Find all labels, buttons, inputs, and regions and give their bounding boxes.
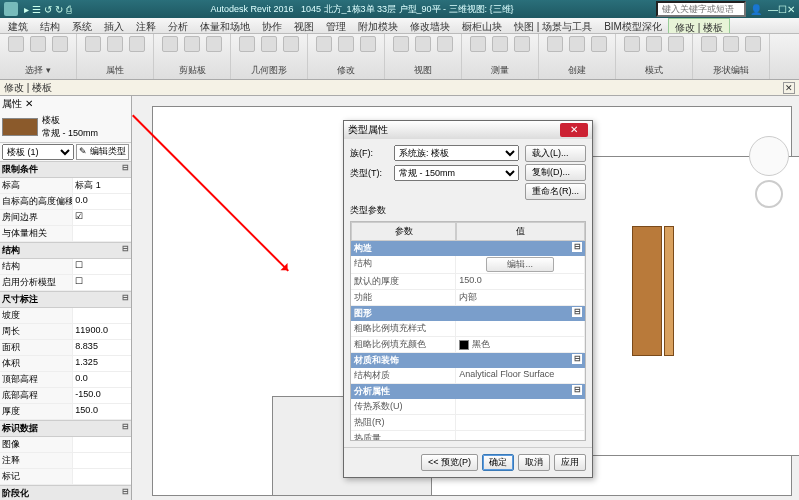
dialog-close-icon[interactable]: ✕ bbox=[560, 123, 588, 137]
param-value[interactable]: 黑色 bbox=[456, 337, 585, 353]
ribbon-tool-icon[interactable] bbox=[723, 36, 739, 52]
dialog-title-bar[interactable]: 类型属性 ✕ bbox=[344, 121, 592, 139]
type-select[interactable]: 常规 - 150mm bbox=[394, 165, 519, 181]
ribbon-tab[interactable]: 修改墙块 bbox=[404, 18, 456, 33]
ribbon-tool-icon[interactable] bbox=[30, 36, 46, 52]
ribbon-tab[interactable]: 系统 bbox=[66, 18, 98, 33]
prop-value[interactable]: 150.0 bbox=[73, 404, 131, 420]
props-section-header[interactable]: 限制条件⊟ bbox=[0, 161, 131, 178]
ribbon-tool-icon[interactable] bbox=[591, 36, 607, 52]
prop-value[interactable]: 8.835 bbox=[73, 340, 131, 356]
ribbon-tool-icon[interactable] bbox=[239, 36, 255, 52]
ribbon-tool-icon[interactable] bbox=[624, 36, 640, 52]
prop-value[interactable] bbox=[73, 437, 131, 453]
prop-value[interactable]: ☐ bbox=[73, 275, 131, 291]
param-category-header[interactable]: 图形⊟ bbox=[351, 306, 585, 321]
contextual-close-icon[interactable]: ✕ bbox=[783, 82, 795, 94]
ribbon-tool-icon[interactable] bbox=[646, 36, 662, 52]
prop-value[interactable]: ☑ bbox=[73, 210, 131, 226]
ribbon-tab[interactable]: 结构 bbox=[34, 18, 66, 33]
prop-value[interactable]: -150.0 bbox=[73, 388, 131, 404]
type-selector[interactable]: 楼板 常规 - 150mm bbox=[0, 112, 131, 143]
ribbon-tab[interactable]: 协作 bbox=[256, 18, 288, 33]
ribbon-tab[interactable]: 橱柜山块 bbox=[456, 18, 508, 33]
param-category-header[interactable]: 材质和装饰⊟ bbox=[351, 353, 585, 368]
props-section-header[interactable]: 标识数据⊟ bbox=[0, 420, 131, 437]
nav-wheel-icon[interactable] bbox=[755, 180, 783, 208]
ribbon-tool-icon[interactable] bbox=[206, 36, 222, 52]
ribbon-tool-icon[interactable] bbox=[162, 36, 178, 52]
view-cube-icon[interactable] bbox=[749, 136, 789, 176]
edit-structure-button[interactable]: 编辑... bbox=[486, 257, 554, 272]
rename-button[interactable]: 重命名(R)... bbox=[525, 183, 586, 200]
prop-value[interactable] bbox=[73, 453, 131, 469]
family-select[interactable]: 系统族: 楼板 bbox=[394, 145, 519, 161]
load-button[interactable]: 载入(L)... bbox=[525, 145, 586, 162]
win-close-icon[interactable]: ✕ bbox=[787, 4, 795, 15]
param-value[interactable]: 150.0 bbox=[456, 274, 585, 290]
help-search-input[interactable] bbox=[656, 1, 746, 17]
prop-value[interactable]: 0.0 bbox=[73, 194, 131, 210]
instance-filter-select[interactable]: 楼板 (1) bbox=[2, 144, 74, 160]
ribbon-tool-icon[interactable] bbox=[492, 36, 508, 52]
prop-value[interactable]: 11900.0 bbox=[73, 324, 131, 340]
ribbon-tool-icon[interactable] bbox=[129, 36, 145, 52]
ribbon-tab[interactable]: 分析 bbox=[162, 18, 194, 33]
ribbon-tool-icon[interactable] bbox=[360, 36, 376, 52]
param-value[interactable]: 编辑... bbox=[456, 256, 585, 274]
user-icon[interactable]: 👤 bbox=[750, 4, 762, 15]
ribbon-tool-icon[interactable] bbox=[514, 36, 530, 52]
prop-value[interactable]: ☐ bbox=[73, 259, 131, 275]
prop-value[interactable]: 标高 1 bbox=[73, 178, 131, 194]
param-value[interactable]: 内部 bbox=[456, 290, 585, 306]
ribbon-tool-icon[interactable] bbox=[470, 36, 486, 52]
ribbon-tool-icon[interactable] bbox=[52, 36, 68, 52]
param-value[interactable] bbox=[456, 321, 585, 337]
ribbon-tool-icon[interactable] bbox=[283, 36, 299, 52]
edit-type-button[interactable]: ✎ 编辑类型 bbox=[76, 144, 129, 160]
ribbon-tab[interactable]: 插入 bbox=[98, 18, 130, 33]
param-value[interactable] bbox=[456, 399, 585, 415]
prop-value[interactable] bbox=[73, 308, 131, 324]
ribbon-tool-icon[interactable] bbox=[668, 36, 684, 52]
ribbon-tool-icon[interactable] bbox=[745, 36, 761, 52]
preview-button[interactable]: << 预览(P) bbox=[421, 454, 478, 471]
ribbon-tab[interactable]: 建筑 bbox=[2, 18, 34, 33]
ribbon-tool-icon[interactable] bbox=[107, 36, 123, 52]
props-section-header[interactable]: 尺寸标注⊟ bbox=[0, 291, 131, 308]
win-min-icon[interactable]: — bbox=[768, 4, 778, 15]
ok-button[interactable]: 确定 bbox=[482, 454, 514, 471]
ribbon-tool-icon[interactable] bbox=[415, 36, 431, 52]
cancel-button[interactable]: 取消 bbox=[518, 454, 550, 471]
ribbon-tool-icon[interactable] bbox=[338, 36, 354, 52]
prop-value[interactable]: 1.325 bbox=[73, 356, 131, 372]
ribbon-tool-icon[interactable] bbox=[701, 36, 717, 52]
ribbon-tool-icon[interactable] bbox=[547, 36, 563, 52]
ribbon-tool-icon[interactable] bbox=[569, 36, 585, 52]
prop-value[interactable] bbox=[73, 226, 131, 242]
param-value[interactable] bbox=[456, 431, 585, 441]
win-max-icon[interactable]: ☐ bbox=[778, 4, 787, 15]
ribbon-tool-icon[interactable] bbox=[8, 36, 24, 52]
ribbon-tab[interactable]: 注释 bbox=[130, 18, 162, 33]
apply-button[interactable]: 应用 bbox=[554, 454, 586, 471]
ribbon-tab[interactable]: 修改 | 楼板 bbox=[668, 18, 730, 33]
ribbon-tool-icon[interactable] bbox=[85, 36, 101, 52]
ribbon-tab[interactable]: 视图 bbox=[288, 18, 320, 33]
prop-value[interactable]: 0.0 bbox=[73, 372, 131, 388]
ribbon-tool-icon[interactable] bbox=[184, 36, 200, 52]
param-value[interactable]: Analytical Floor Surface bbox=[456, 368, 585, 384]
ribbon-tab[interactable]: 管理 bbox=[320, 18, 352, 33]
param-category-header[interactable]: 构造⊟ bbox=[351, 241, 585, 256]
props-section-header[interactable]: 结构⊟ bbox=[0, 242, 131, 259]
properties-panel-close-icon[interactable]: ✕ bbox=[25, 98, 33, 109]
duplicate-button[interactable]: 复制(D)... bbox=[525, 164, 586, 181]
ribbon-tab[interactable]: 快图 | 场景与工具 bbox=[508, 18, 598, 33]
ribbon-tab[interactable]: 附加模块 bbox=[352, 18, 404, 33]
param-value[interactable] bbox=[456, 415, 585, 431]
param-category-header[interactable]: 分析属性⊟ bbox=[351, 384, 585, 399]
ribbon-tool-icon[interactable] bbox=[316, 36, 332, 52]
ribbon-tool-icon[interactable] bbox=[393, 36, 409, 52]
ribbon-tool-icon[interactable] bbox=[437, 36, 453, 52]
props-section-header[interactable]: 阶段化⊟ bbox=[0, 485, 131, 500]
